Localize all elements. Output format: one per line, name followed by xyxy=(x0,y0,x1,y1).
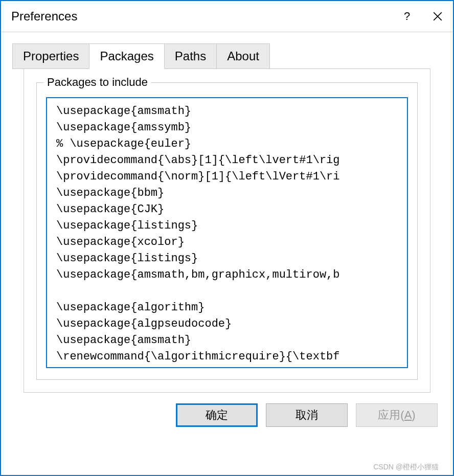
apply-button-label: 应用(A) xyxy=(378,407,415,423)
packages-textarea[interactable] xyxy=(46,97,408,368)
tab-content-panel: Packages to include xyxy=(24,69,430,393)
apply-button: 应用(A) xyxy=(356,403,438,427)
dialog-button-row: 确定 取消 应用(A) xyxy=(1,393,453,440)
packages-legend: Packages to include xyxy=(44,76,151,89)
watermark: CSDN @橙橙小狸猫 xyxy=(373,463,439,472)
tab-packages[interactable]: Packages xyxy=(89,43,164,69)
titlebar: Preferences ? xyxy=(1,1,453,32)
help-icon: ? xyxy=(404,10,410,23)
tab-about[interactable]: About xyxy=(216,43,270,69)
cancel-button[interactable]: 取消 xyxy=(266,403,348,427)
packages-fieldset: Packages to include xyxy=(36,82,418,380)
tab-area: Properties Packages Paths About Packages… xyxy=(1,32,453,393)
titlebar-actions: ? xyxy=(392,1,453,32)
tabs: Properties Packages Paths About xyxy=(12,43,442,69)
tab-properties[interactable]: Properties xyxy=(12,43,89,69)
help-button[interactable]: ? xyxy=(392,1,422,32)
close-icon xyxy=(433,12,442,21)
window-title: Preferences xyxy=(11,9,392,24)
tab-paths[interactable]: Paths xyxy=(164,43,217,69)
close-button[interactable] xyxy=(422,1,453,32)
ok-button[interactable]: 确定 xyxy=(176,403,258,427)
